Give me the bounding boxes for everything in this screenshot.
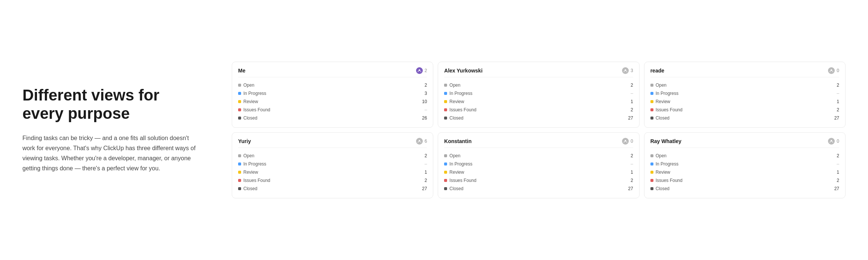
- status-row-review: Review 1: [238, 168, 427, 176]
- status-row-open: Open 2: [444, 81, 633, 89]
- status-label: In Progress: [449, 91, 472, 96]
- count-number: 0: [631, 139, 633, 144]
- card-count: 6: [416, 138, 427, 145]
- status-dot: [444, 171, 447, 174]
- status-value: 10: [422, 99, 427, 104]
- status-value: 2: [837, 153, 839, 158]
- status-dot: [238, 187, 241, 190]
- status-label: Review: [243, 170, 258, 175]
- status-value: –: [837, 91, 839, 96]
- status-dot: [444, 84, 447, 87]
- status-left: Issues Found: [238, 178, 270, 183]
- status-value: 27: [422, 186, 427, 191]
- status-dot: [238, 179, 241, 182]
- status-row-in-progress: In Progress –: [444, 160, 633, 168]
- status-row-in-progress: In Progress –: [238, 160, 427, 168]
- avatar-icon: [416, 138, 423, 145]
- status-label: Review: [656, 99, 670, 104]
- card-user-name: Konstantin: [444, 138, 471, 144]
- count-number: 0: [837, 139, 839, 144]
- card-user-name: Alex Yurkowski: [444, 68, 482, 74]
- status-row-open: Open 2: [444, 152, 633, 160]
- status-label: In Progress: [656, 91, 678, 96]
- status-value: 2: [837, 83, 839, 88]
- status-dot: [238, 100, 241, 103]
- status-left: Closed: [650, 186, 670, 191]
- status-left: Open: [650, 153, 667, 158]
- status-dot: [444, 108, 447, 111]
- status-left: Issues Found: [650, 178, 683, 183]
- status-value: 2: [425, 178, 427, 183]
- status-left: Review: [650, 99, 670, 104]
- status-dot: [238, 154, 241, 157]
- count-number: 2: [425, 68, 427, 73]
- status-dot: [650, 84, 653, 87]
- count-number: 0: [837, 68, 839, 73]
- status-row-issues-found: Issues Found –: [238, 106, 427, 114]
- status-left: Closed: [238, 115, 257, 121]
- status-row-in-progress: In Progress 3: [238, 89, 427, 98]
- status-value: 1: [837, 99, 839, 104]
- status-row-in-progress: In Progress –: [650, 89, 839, 98]
- status-left: Open: [238, 83, 254, 88]
- status-left: Closed: [650, 115, 670, 121]
- status-label: Closed: [243, 186, 257, 191]
- status-label: Issues Found: [449, 107, 476, 112]
- status-label: Issues Found: [243, 107, 270, 112]
- status-label: Review: [656, 170, 670, 175]
- status-label: Review: [449, 99, 464, 104]
- status-left: Issues Found: [238, 107, 270, 112]
- status-left: Open: [444, 153, 460, 158]
- status-label: Issues Found: [449, 178, 476, 183]
- status-value: 26: [422, 115, 427, 121]
- status-value: 1: [837, 170, 839, 175]
- status-row-open: Open 2: [238, 81, 427, 89]
- card-header: Konstantin 0: [444, 138, 633, 148]
- status-value: 27: [834, 115, 839, 121]
- status-dot: [650, 108, 653, 111]
- status-left: Review: [238, 99, 258, 104]
- card-user-name: Me: [238, 68, 245, 74]
- avatar-icon: [416, 67, 423, 74]
- status-row-closed: Closed 27: [650, 185, 839, 193]
- status-row-closed: Closed 27: [444, 185, 633, 193]
- status-row-in-progress: In Progress –: [650, 160, 839, 168]
- status-left: Review: [444, 170, 464, 175]
- status-row-open: Open 2: [650, 152, 839, 160]
- card-count: 0: [828, 67, 839, 74]
- status-dot: [238, 108, 241, 111]
- status-label: Issues Found: [243, 178, 270, 183]
- status-label: In Progress: [243, 91, 266, 96]
- status-dot: [650, 179, 653, 182]
- status-row-closed: Closed 26: [238, 114, 427, 122]
- avatar-icon: [828, 138, 835, 145]
- status-row-closed: Closed 27: [444, 114, 633, 122]
- count-number: 6: [425, 139, 427, 144]
- status-value: 27: [628, 115, 633, 121]
- status-row-in-progress: In Progress –: [444, 89, 633, 98]
- card-header: Me 2: [238, 67, 427, 77]
- status-dot: [444, 92, 447, 95]
- status-row-issues-found: Issues Found 2: [444, 176, 633, 185]
- status-value: –: [425, 107, 427, 112]
- status-label: Open: [656, 153, 667, 158]
- status-dot: [444, 187, 447, 190]
- status-value: 2: [837, 107, 839, 112]
- status-left: Issues Found: [650, 107, 683, 112]
- status-label: Open: [243, 153, 254, 158]
- status-label: Issues Found: [656, 107, 683, 112]
- status-dot: [650, 117, 653, 120]
- card-user-name: reade: [650, 68, 664, 74]
- status-row-open: Open 2: [650, 81, 839, 89]
- status-left: Closed: [238, 186, 257, 191]
- status-value: 1: [425, 170, 427, 175]
- status-dot: [650, 162, 653, 165]
- avatar-icon: [622, 67, 629, 74]
- card-user-name: Yuriy: [238, 138, 251, 144]
- status-dot: [238, 117, 241, 120]
- status-dot: [444, 117, 447, 120]
- status-row-issues-found: Issues Found 2: [650, 106, 839, 114]
- status-label: In Progress: [243, 161, 266, 167]
- status-value: 1: [631, 170, 633, 175]
- status-left: Review: [238, 170, 258, 175]
